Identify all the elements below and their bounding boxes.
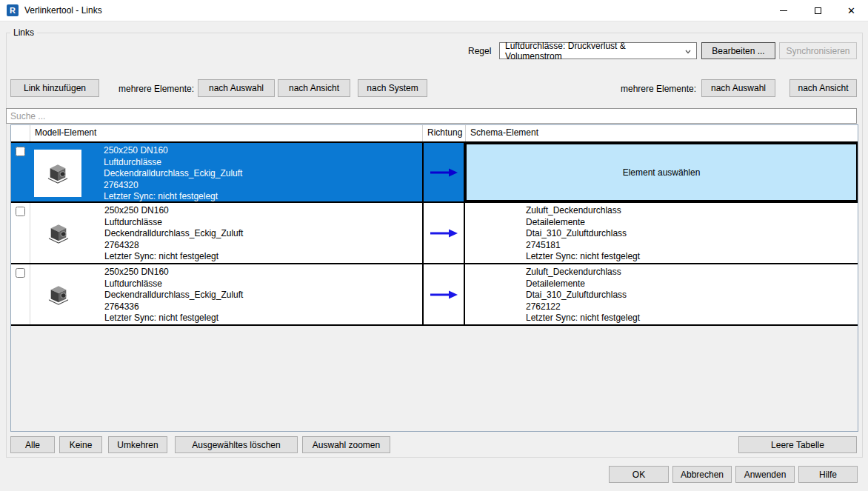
by-system-button[interactable]: nach System bbox=[358, 79, 427, 97]
search-input[interactable] bbox=[6, 108, 857, 124]
right-arrow-icon bbox=[429, 168, 458, 177]
by-view-button-left[interactable]: nach Ansicht bbox=[278, 79, 350, 97]
maximize-button[interactable] bbox=[801, 0, 835, 21]
rule-dropdown-value: Luftdurchlässe: Druckverlust & Volumenst… bbox=[505, 41, 680, 61]
model-element-column-header[interactable]: Modell-Element bbox=[30, 125, 422, 141]
hvac-diffuser-cube-icon bbox=[35, 271, 82, 318]
schema-element-column-header[interactable]: Schema-Element bbox=[465, 125, 858, 141]
multiple-elements-label-right: mehrere Elemente: bbox=[621, 84, 696, 94]
clear-table-button[interactable]: Leere Tabelle bbox=[738, 436, 857, 453]
model-element-cell: 250x250 DN160 Luftdurchlässe Deckendrall… bbox=[30, 143, 422, 201]
row-select-cell bbox=[11, 203, 30, 263]
chevron-down-icon bbox=[685, 49, 691, 55]
close-button[interactable]: ✕ bbox=[835, 0, 868, 21]
apply-button[interactable]: Anwenden bbox=[735, 466, 795, 483]
minimize-dash-icon bbox=[780, 10, 787, 11]
hvac-diffuser-cube-icon bbox=[35, 210, 82, 257]
model-element-cell: 250x250 DN160 Luftdurchlässe Deckendrall… bbox=[30, 203, 422, 263]
edit-rule-button[interactable]: Bearbeiten ... bbox=[701, 42, 775, 59]
rule-dropdown[interactable]: Luftdurchlässe: Druckverlust & Volumenst… bbox=[499, 42, 697, 59]
ok-button[interactable]: OK bbox=[609, 466, 669, 483]
row-select-cell bbox=[11, 143, 30, 201]
table-header-row: Modell-Element Richtung Schema-Element bbox=[11, 125, 858, 141]
close-x-icon: ✕ bbox=[847, 6, 855, 16]
right-arrow-icon bbox=[429, 290, 458, 299]
schema-element-cell: Zuluft_Deckendurchlass Detailelemente Dt… bbox=[465, 264, 858, 324]
model-element-text: 250x250 DN160 Luftdurchlässe Deckendrall… bbox=[104, 205, 419, 263]
select-element-button[interactable]: Element auswählen bbox=[465, 143, 858, 201]
window-title: Verlinkertool - Links bbox=[24, 5, 102, 16]
select-all-button[interactable]: Alle bbox=[10, 436, 55, 453]
direction-cell bbox=[422, 143, 465, 201]
row-select-cell bbox=[11, 264, 30, 324]
links-groupbox-label: Links bbox=[10, 27, 37, 38]
minimize-button[interactable] bbox=[767, 0, 800, 21]
table-row[interactable]: 250x250 DN160 Luftdurchlässe Deckendrall… bbox=[11, 203, 858, 264]
row-checkbox[interactable] bbox=[16, 268, 25, 278]
by-selection-button-left[interactable]: nach Auswahl bbox=[198, 79, 275, 97]
schema-element-text: Zuluft_Deckendurchlass Detailelemente Dt… bbox=[526, 205, 855, 263]
right-arrow-icon bbox=[429, 229, 458, 238]
cancel-button[interactable]: Abbrechen bbox=[672, 466, 732, 483]
schema-element-text: Zuluft_Deckendurchlass Detailelemente Dt… bbox=[526, 267, 855, 324]
synchronize-button[interactable]: Synchronisieren bbox=[779, 42, 857, 59]
add-link-button[interactable]: Link hinzufügen bbox=[10, 79, 99, 97]
row-checkbox[interactable] bbox=[16, 147, 25, 156]
titlebar: R Verlinkertool - Links ✕ bbox=[0, 0, 868, 21]
model-element-cell: 250x250 DN160 Luftdurchlässe Deckendrall… bbox=[30, 264, 422, 324]
invert-selection-button[interactable]: Umkehren bbox=[108, 436, 167, 453]
schema-element-cell: Zuluft_Deckendurchlass Detailelemente Dt… bbox=[465, 203, 858, 263]
model-element-text: 250x250 DN160 Luftdurchlässe Deckendrall… bbox=[104, 267, 419, 324]
select-none-button[interactable]: Keine bbox=[59, 436, 102, 453]
links-table: Modell-Element Richtung Schema-Element 2… bbox=[10, 124, 858, 432]
select-column-header bbox=[11, 125, 30, 141]
table-row[interactable]: 250x250 DN160 Luftdurchlässe Deckendrall… bbox=[11, 141, 858, 203]
hvac-diffuser-cube-icon bbox=[34, 150, 81, 197]
model-element-text: 250x250 DN160 Luftdurchlässe Deckendrall… bbox=[104, 145, 419, 203]
table-row[interactable]: 250x250 DN160 Luftdurchlässe Deckendrall… bbox=[11, 264, 858, 326]
by-view-button-right[interactable]: nach Ansicht bbox=[789, 79, 857, 97]
multiple-elements-label-left: mehrere Elemente: bbox=[118, 84, 194, 94]
rule-label: Regel bbox=[468, 46, 491, 56]
revit-logo-icon: R bbox=[7, 4, 19, 16]
direction-cell bbox=[422, 203, 465, 263]
help-button[interactable]: Hilfe bbox=[798, 466, 858, 483]
direction-cell bbox=[422, 264, 465, 324]
row-checkbox[interactable] bbox=[16, 207, 25, 216]
schema-element-cell: Element auswählen bbox=[465, 143, 858, 201]
direction-column-header[interactable]: Richtung bbox=[422, 125, 465, 141]
verlinkertool-dialog: { "window": { "title": "Verlinkertool - … bbox=[0, 0, 868, 491]
by-selection-button-right[interactable]: nach Auswahl bbox=[701, 79, 775, 97]
zoom-selection-button[interactable]: Auswahl zoomen bbox=[302, 436, 390, 453]
maximize-square-icon bbox=[815, 7, 821, 14]
delete-selected-button[interactable]: Ausgewähltes löschen bbox=[175, 436, 298, 453]
